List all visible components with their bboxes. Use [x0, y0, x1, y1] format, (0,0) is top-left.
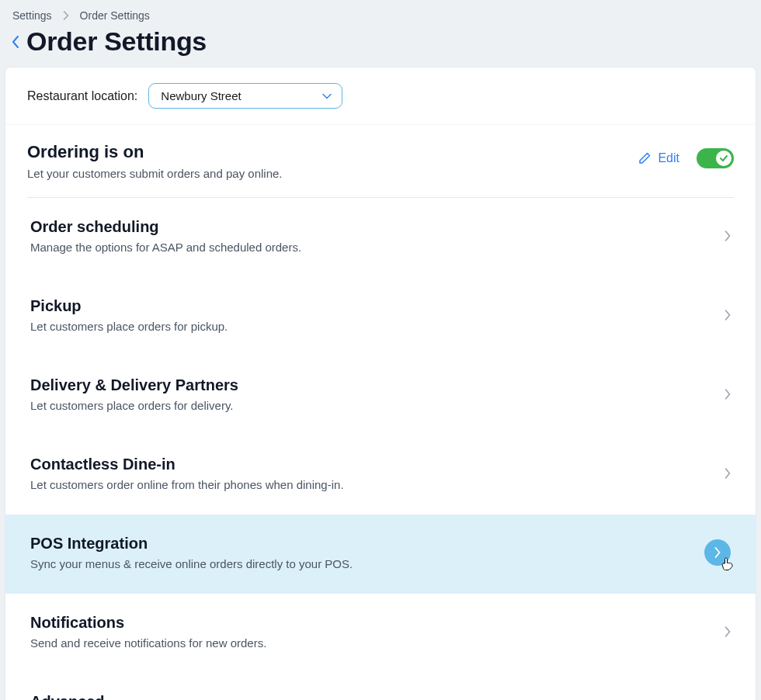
row-description: Send and receive notifications for new o…: [30, 636, 266, 650]
page-title: Order Settings: [26, 26, 207, 57]
row-title: Notifications: [30, 614, 266, 632]
row-text: Pickup Let customers place orders for pi…: [30, 297, 228, 333]
row-title: Pickup: [30, 297, 228, 315]
row-description: Sync your menus & receive online orders …: [30, 557, 353, 570]
row-title: POS Integration: [30, 535, 353, 553]
row-text: Delivery & Delivery Partners Let custome…: [30, 376, 238, 412]
breadcrumb: Settings Order Settings: [0, 0, 761, 26]
row-title: Delivery & Delivery Partners: [30, 376, 238, 394]
row-order-scheduling[interactable]: Order scheduling Manage the options for …: [5, 198, 756, 277]
chevron-right-icon: [725, 230, 731, 241]
ordering-title: Ordering is on: [27, 142, 283, 162]
location-label: Restaurant location:: [27, 89, 137, 103]
ordering-status-row: Ordering is on Let your customers submit…: [5, 125, 756, 197]
location-select[interactable]: Newbury Street: [148, 83, 342, 109]
ordering-description: Let your customers submit orders and pay…: [27, 167, 283, 180]
edit-button[interactable]: Edit: [638, 151, 679, 165]
row-title: Advanced: [30, 693, 452, 700]
row-text: Notifications Send and receive notificat…: [30, 614, 266, 650]
settings-card: Restaurant location: Newbury Street Orde…: [5, 68, 756, 700]
chevron-right-icon: [725, 389, 731, 400]
ordering-controls: Edit: [638, 148, 734, 168]
row-pos-integration[interactable]: POS Integration Sync your menus & receiv…: [5, 515, 756, 594]
ordering-status-text: Ordering is on Let your customers submit…: [27, 142, 283, 180]
breadcrumb-item-settings[interactable]: Settings: [12, 9, 52, 22]
row-description: Let customers place orders for delivery.: [30, 399, 238, 412]
chevron-right-icon: [725, 626, 731, 637]
row-contactless-dinein[interactable]: Contactless Dine-in Let customers order …: [5, 435, 756, 515]
chevron-right-icon: [63, 11, 69, 20]
row-notifications[interactable]: Notifications Send and receive notificat…: [5, 594, 756, 673]
row-description: Manage the options for ASAP and schedule…: [30, 241, 301, 254]
row-text: Order scheduling Manage the options for …: [30, 218, 301, 254]
row-title: Contactless Dine-in: [30, 456, 344, 473]
row-text: Contactless Dine-in Let customers order …: [30, 456, 344, 491]
row-pickup[interactable]: Pickup Let customers place orders for pi…: [5, 277, 756, 356]
chevron-right-highlight: [704, 539, 731, 566]
row-title: Order scheduling: [30, 218, 301, 236]
cursor-hand-icon: [720, 556, 734, 572]
pencil-icon: [638, 151, 652, 165]
page-container: Settings Order Settings Order Settings R…: [0, 0, 761, 700]
check-icon: [718, 153, 729, 164]
edit-label: Edit: [658, 151, 679, 165]
chevron-right-icon: [725, 310, 731, 321]
row-description: Let customers order online from their ph…: [30, 478, 344, 491]
breadcrumb-item-order-settings[interactable]: Order Settings: [80, 9, 150, 22]
row-description: Let customers place orders for pickup.: [30, 320, 228, 333]
chevron-right-icon: [725, 468, 731, 479]
row-advanced[interactable]: Advanced Set up additional options such …: [5, 673, 756, 700]
title-row: Order Settings: [0, 26, 761, 68]
row-text: POS Integration Sync your menus & receiv…: [30, 535, 353, 570]
row-text: Advanced Set up additional options such …: [30, 693, 452, 700]
location-row: Restaurant location: Newbury Street: [5, 68, 756, 125]
location-selected-value: Newbury Street: [161, 89, 241, 102]
chevron-down-icon: [322, 93, 332, 99]
ordering-toggle[interactable]: [697, 148, 734, 168]
row-delivery[interactable]: Delivery & Delivery Partners Let custome…: [5, 356, 756, 435]
back-arrow-icon[interactable]: [8, 30, 26, 54]
